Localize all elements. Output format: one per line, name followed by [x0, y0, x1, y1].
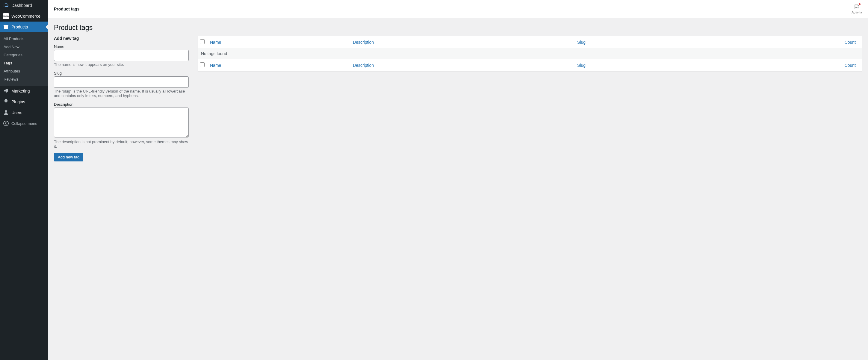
- sidebar-item-users[interactable]: Users: [0, 107, 48, 118]
- select-all-checkbox-bottom[interactable]: [200, 62, 205, 67]
- sidebar-label: Marketing: [11, 89, 30, 93]
- column-slug-header[interactable]: Slug: [574, 36, 694, 48]
- slug-label: Slug: [54, 71, 189, 76]
- topbar: Product tags Activity: [48, 0, 868, 18]
- sidebar-label: Plugins: [11, 99, 25, 104]
- form-column: Add new tag Name The name is how it appe…: [54, 36, 189, 161]
- column-count-footer[interactable]: Count: [694, 59, 862, 71]
- submenu-tags[interactable]: Tags: [0, 59, 48, 67]
- sidebar-label: Users: [11, 110, 23, 115]
- sidebar-item-woocommerce[interactable]: woo WooCommerce: [0, 11, 48, 22]
- description-field: Description The description is not promi…: [54, 102, 189, 149]
- page-title: Product tags: [54, 21, 862, 33]
- description-help: The description is not prominent by defa…: [54, 140, 189, 149]
- woocommerce-icon: woo: [3, 13, 9, 19]
- flag-icon: [854, 4, 860, 10]
- submenu-all-products[interactable]: All Products: [0, 35, 48, 43]
- submenu-attributes[interactable]: Attributes: [0, 67, 48, 75]
- sidebar-item-plugins[interactable]: Plugins: [0, 96, 48, 107]
- name-label: Name: [54, 44, 189, 49]
- topbar-title: Product tags: [54, 7, 80, 11]
- dashboard-icon: [3, 2, 9, 8]
- form-section-title: Add new tag: [54, 36, 189, 41]
- tags-table: Name Description Slug Count No tags foun…: [198, 36, 862, 71]
- slug-input[interactable]: [54, 77, 189, 88]
- sidebar-label: WooCommerce: [11, 14, 40, 19]
- column-name-footer[interactable]: Name: [207, 59, 350, 71]
- main-content: Product tags Activity Product tags Add n…: [48, 0, 868, 360]
- select-all-header: [198, 36, 207, 48]
- sidebar-item-products[interactable]: Products: [0, 22, 48, 32]
- column-name-header[interactable]: Name: [207, 36, 350, 48]
- admin-sidebar: Dashboard woo WooCommerce Products All P…: [0, 0, 48, 360]
- sidebar-item-dashboard[interactable]: Dashboard: [0, 0, 48, 11]
- collapse-label: Collapse menu: [11, 121, 37, 126]
- submenu-reviews[interactable]: Reviews: [0, 75, 48, 83]
- page-content: Product tags Add new tag Name The name i…: [48, 18, 868, 168]
- sidebar-label: Products: [11, 25, 28, 29]
- slug-help: The “slug” is the URL-friendly version o…: [54, 89, 189, 98]
- slug-field: Slug The “slug” is the URL-friendly vers…: [54, 71, 189, 98]
- column-slug-footer[interactable]: Slug: [574, 59, 694, 71]
- name-field: Name The name is how it appears on your …: [54, 44, 189, 67]
- products-submenu: All Products Add New Categories Tags Att…: [0, 32, 48, 86]
- sidebar-item-marketing[interactable]: Marketing: [0, 86, 48, 96]
- sidebar-label: Dashboard: [11, 3, 32, 8]
- select-all-checkbox-top[interactable]: [200, 39, 205, 44]
- name-input[interactable]: [54, 50, 189, 61]
- collapse-icon: [3, 120, 9, 126]
- select-all-footer: [198, 59, 207, 71]
- empty-row: No tags found: [198, 48, 862, 59]
- notification-dot: [859, 3, 861, 5]
- submenu-add-new[interactable]: Add New: [0, 43, 48, 51]
- user-icon: [3, 110, 9, 116]
- description-textarea[interactable]: [54, 108, 189, 138]
- activity-button[interactable]: Activity: [851, 4, 862, 14]
- table-column: Name Description Slug Count No tags foun…: [198, 36, 862, 161]
- megaphone-icon: [3, 88, 9, 94]
- activity-label: Activity: [851, 10, 862, 14]
- two-column-layout: Add new tag Name The name is how it appe…: [54, 36, 862, 161]
- add-tag-button[interactable]: Add new tag: [54, 153, 83, 161]
- svg-point-0: [4, 121, 8, 126]
- archive-icon: [3, 24, 9, 30]
- name-help: The name is how it appears on your site.: [54, 62, 189, 67]
- column-description-footer[interactable]: Description: [350, 59, 574, 71]
- submenu-categories[interactable]: Categories: [0, 51, 48, 59]
- column-count-header[interactable]: Count: [694, 36, 862, 48]
- column-description-header[interactable]: Description: [350, 36, 574, 48]
- collapse-menu[interactable]: Collapse menu: [0, 118, 48, 129]
- description-label: Description: [54, 102, 189, 107]
- plugin-icon: [3, 99, 9, 105]
